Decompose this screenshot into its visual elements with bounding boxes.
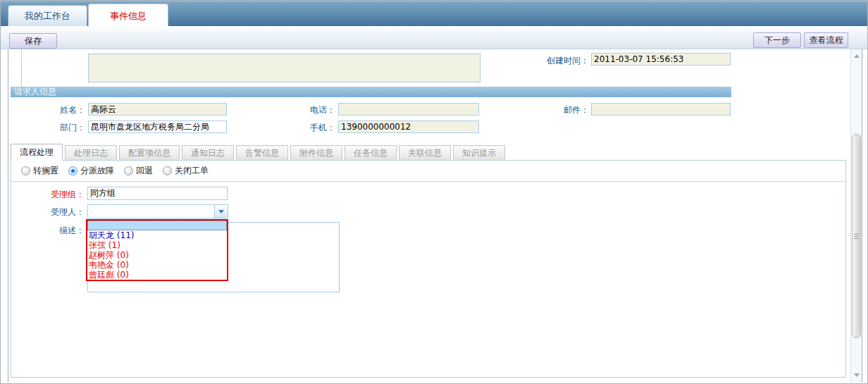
tab-my-workbench[interactable]: 我的工作台: [8, 5, 87, 27]
accept-person-label: 受理人：: [30, 206, 85, 218]
name-label: 姓名：: [29, 104, 85, 116]
accept-group-label: 受理组：: [30, 189, 85, 201]
detail-tab-strip: 流程处理 处理日志 配置项信息 通知日志 告警信息 附件信息 任务信息 关联信息…: [11, 144, 507, 161]
radio-dispatch-fault[interactable]: 分派故障: [68, 165, 114, 177]
radio-transfer-hold[interactable]: 转搁置: [21, 165, 58, 177]
tab-process-handling[interactable]: 流程处理: [11, 144, 63, 161]
email-label: 邮件：: [534, 104, 589, 116]
vertical-scrollbar[interactable]: [850, 49, 862, 382]
tab-handling-log[interactable]: 处理日志: [65, 145, 117, 161]
department-label: 部门：: [29, 122, 85, 134]
radio-label: 关闭工单: [175, 165, 209, 177]
chevron-down-icon[interactable]: [214, 205, 228, 218]
view-process-button[interactable]: 查看流程: [804, 32, 848, 48]
save-button[interactable]: 保存: [9, 33, 57, 49]
scroll-down-icon[interactable]: [852, 369, 862, 380]
tab-event-info[interactable]: 事件信息: [88, 4, 168, 27]
application-window: 我的工作台 事件信息 保存 下一步 查看流程 创建时间： 请求人信息 姓名： 电…: [0, 0, 868, 384]
name-field[interactable]: [88, 103, 227, 116]
event-description-textarea[interactable]: [88, 54, 480, 82]
action-radio-group: 转搁置 分派故障 回退 关闭工单: [11, 161, 845, 182]
accept-group-field[interactable]: [87, 187, 228, 200]
phone-field[interactable]: [338, 103, 479, 116]
radio-close-ticket[interactable]: 关闭工单: [163, 165, 209, 177]
radio-label: 回退: [136, 165, 153, 177]
accept-person-dropdown-list: 胡天龙 (11) 张弦 (1) 赵树萍 (0) 韦艳金 (0) 曾廷彪 (0): [86, 219, 228, 281]
scrollbar-thumb[interactable]: [852, 134, 861, 338]
mobile-label: 手机：: [280, 122, 335, 134]
create-time-field[interactable]: [591, 53, 731, 66]
requester-section-header: 请求人信息: [11, 87, 731, 97]
tab-notify-log[interactable]: 通知日志: [182, 145, 234, 161]
next-step-button[interactable]: 下一步: [753, 32, 801, 48]
dropdown-option-empty[interactable]: [87, 221, 227, 230]
phone-label: 电话：: [280, 104, 335, 116]
tab-alarm-info[interactable]: 告警信息: [236, 145, 288, 161]
scrolled-fieldset-border: [21, 49, 22, 87]
toolbar: [1, 26, 868, 49]
main-tab-bar: 我的工作台 事件信息: [1, 1, 868, 26]
tab-config-item-info[interactable]: 配置项信息: [119, 145, 180, 161]
dropdown-option[interactable]: 曾廷彪 (0): [87, 270, 227, 280]
dropdown-option[interactable]: 赵树萍 (0): [87, 250, 227, 260]
radio-icon[interactable]: [21, 166, 30, 175]
mobile-field[interactable]: [338, 120, 479, 133]
radio-label: 分派故障: [80, 165, 114, 177]
department-field[interactable]: [88, 120, 227, 133]
accept-person-combobox[interactable]: [87, 204, 228, 218]
radio-icon[interactable]: [68, 166, 78, 175]
scroll-up-icon[interactable]: [852, 51, 862, 62]
email-field[interactable]: [591, 103, 731, 116]
description-label: 描述：: [32, 225, 85, 237]
radio-icon[interactable]: [163, 166, 172, 175]
dropdown-option[interactable]: 张弦 (1): [87, 240, 227, 250]
radio-rollback[interactable]: 回退: [124, 165, 153, 177]
dropdown-option[interactable]: 韦艳金 (0): [87, 260, 227, 270]
tab-knowledge-tips[interactable]: 知识提示: [453, 145, 505, 161]
dropdown-option[interactable]: 胡天龙 (11): [87, 230, 227, 240]
tab-task-info[interactable]: 任务信息: [345, 145, 397, 161]
radio-icon[interactable]: [124, 166, 133, 175]
radio-label: 转搁置: [33, 165, 58, 177]
create-time-label: 创建时间：: [517, 55, 589, 67]
tab-related-info[interactable]: 关联信息: [399, 145, 451, 161]
tab-attachment-info[interactable]: 附件信息: [290, 145, 342, 161]
